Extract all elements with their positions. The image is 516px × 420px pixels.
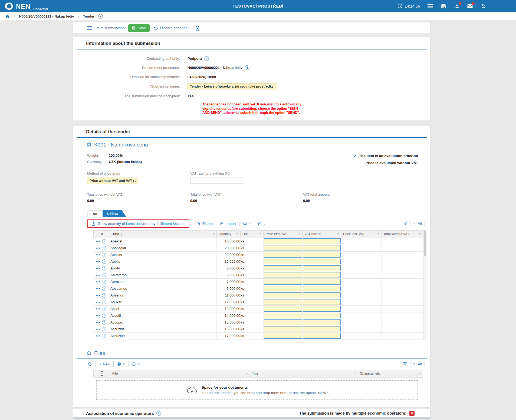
column-header-total-without-vat[interactable]: Total without VAT▽ [382, 230, 423, 238]
price-excl-vat-input[interactable] [264, 252, 302, 258]
vat-rate-input[interactable] [303, 265, 341, 271]
row-info-icon[interactable]: i [102, 314, 106, 318]
column-header-title[interactable]: Title↑ ▽ [110, 230, 217, 238]
import-button[interactable]: Import [219, 221, 236, 226]
vat-rate-input[interactable] [303, 333, 341, 339]
breadcrumb-procedure[interactable]: N006/26/V00000221 - Nákup léčiv [19, 14, 74, 18]
column-filter-icon[interactable]: ▽ [419, 233, 421, 235]
price-excl-vat-input[interactable] [264, 333, 302, 339]
row-menu-icon[interactable] [96, 308, 100, 309]
vat-rate-input[interactable] [303, 299, 341, 305]
row-menu-icon[interactable] [96, 329, 100, 330]
row-info-icon[interactable]: i [102, 246, 106, 250]
column-header-characteristic[interactable]: Characteristic▽ [358, 370, 423, 377]
vat-rate-input[interactable] [303, 306, 341, 312]
vat-rate-input[interactable] [303, 313, 341, 318]
row-info-icon[interactable]: i [102, 327, 106, 331]
row-info-icon[interactable]: i [102, 300, 106, 304]
price-excl-vat-input[interactable] [264, 245, 302, 251]
price-excl-vat-input[interactable] [264, 259, 302, 264]
files-print-button[interactable]: ▽ [117, 362, 125, 366]
mail-icon[interactable] [467, 3, 473, 9]
dropdown-caret-icon[interactable]: ▽ [138, 363, 140, 365]
row-menu-icon[interactable] [96, 302, 100, 303]
row-menu-icon[interactable] [96, 241, 100, 242]
new-file-button[interactable]: + New [99, 362, 110, 366]
calendar-icon[interactable] [441, 3, 446, 9]
row-info-icon[interactable]: i [102, 293, 106, 298]
dropdown-caret-icon[interactable]: ▽ [123, 363, 125, 365]
documents-dropzone[interactable]: Space for your documents To add document… [96, 380, 418, 400]
column-header-quantity[interactable]: Quantity▽ [217, 230, 241, 238]
tab-all[interactable]: All [88, 211, 102, 217]
menu-icon[interactable] [427, 3, 433, 9]
help-icon[interactable]: ? [156, 411, 161, 416]
certificate-button[interactable] [195, 25, 200, 31]
row-info-icon[interactable]: i [102, 307, 106, 311]
scrollbar-thumb[interactable] [424, 231, 426, 256]
files-filter-all-button[interactable]: All [418, 362, 422, 366]
column-filter-icon[interactable]: ▽ [259, 233, 261, 235]
print-button[interactable]: ▽ [243, 221, 251, 226]
row-info-icon[interactable]: i [102, 286, 106, 291]
home-icon[interactable] [5, 14, 10, 19]
dropdown-caret-icon[interactable]: ▽ [249, 222, 251, 225]
row-info-icon[interactable]: i [102, 239, 106, 244]
column-settings-header[interactable] [94, 230, 110, 238]
price-excl-vat-input[interactable] [264, 319, 302, 325]
list-of-submissions-button[interactable]: List of submissions [87, 26, 124, 30]
vat-prefill-input[interactable] [190, 178, 244, 184]
column-header-file-title[interactable]: Title▽ [250, 370, 358, 377]
vat-rate-input[interactable] [303, 279, 341, 285]
vat-rate-input[interactable] [303, 286, 341, 291]
vat-rate-input[interactable] [303, 259, 341, 264]
vat-rate-input[interactable] [303, 292, 341, 298]
files-column-settings-header[interactable] [94, 370, 110, 377]
show-quantity-button[interactable]: Show quantity of items delivered by fulf… [87, 219, 189, 228]
files-filter-icon[interactable] [403, 362, 407, 366]
column-filter-icon[interactable]: ▽ [298, 233, 300, 235]
discard-changes-button[interactable]: Discard changes [153, 26, 188, 30]
vat-rate-input[interactable] [303, 326, 341, 332]
row-info-icon[interactable]: i [102, 266, 106, 271]
price-excl-vat-input[interactable] [264, 238, 302, 244]
nen-logo[interactable]: NEN Dodavatel [4, 1, 48, 11]
row-menu-icon[interactable] [96, 335, 100, 336]
info-icon[interactable]: i [204, 56, 209, 61]
inbox-icon[interactable] [454, 3, 460, 9]
row-info-icon[interactable]: i [102, 280, 106, 284]
refresh-button[interactable] [87, 362, 92, 366]
price-excl-vat-input[interactable] [264, 272, 302, 278]
column-header-price-incl-vat[interactable]: Price incl. VAT▽ [341, 230, 382, 238]
row-menu-icon[interactable] [96, 281, 100, 282]
row-menu-icon[interactable] [96, 261, 100, 262]
method-of-price-entry-select[interactable]: Price without VAT and VAT rate ˅ [87, 178, 138, 184]
vat-rate-input[interactable] [303, 252, 341, 258]
row-menu-icon[interactable] [96, 288, 100, 289]
price-excl-vat-input[interactable] [264, 286, 302, 291]
save-button[interactable]: Save [128, 24, 150, 32]
column-header-file[interactable]: File▽ [110, 370, 250, 377]
row-info-icon[interactable]: i [102, 253, 106, 257]
vat-rate-input[interactable] [303, 245, 341, 251]
filter-all-button[interactable]: All [418, 222, 422, 226]
row-info-icon[interactable]: i [102, 259, 106, 264]
row-menu-icon[interactable] [96, 295, 100, 296]
row-menu-icon[interactable] [96, 315, 100, 316]
files-share-button[interactable]: ▽ [132, 362, 140, 366]
row-menu-icon[interactable] [96, 322, 100, 323]
column-header-price-excl-vat[interactable]: Price excl. VAT▽ [264, 230, 303, 238]
price-excl-vat-input[interactable] [264, 265, 302, 271]
user-icon[interactable] [480, 3, 486, 9]
close-tab-icon[interactable]: ✕ [98, 14, 103, 19]
row-info-icon[interactable]: i [102, 334, 106, 338]
price-excl-vat-input[interactable] [264, 299, 302, 305]
vat-rate-input[interactable] [303, 272, 341, 278]
filter-icon[interactable] [403, 221, 407, 226]
row-menu-icon[interactable] [96, 248, 100, 249]
info-icon[interactable]: i [245, 65, 249, 70]
price-excl-vat-input[interactable] [264, 313, 302, 318]
column-filter-icon[interactable]: ▽ [246, 372, 248, 375]
filter-caret-icon[interactable]: ▽ [413, 222, 415, 225]
column-filter-icon[interactable]: ▽ [419, 372, 421, 375]
